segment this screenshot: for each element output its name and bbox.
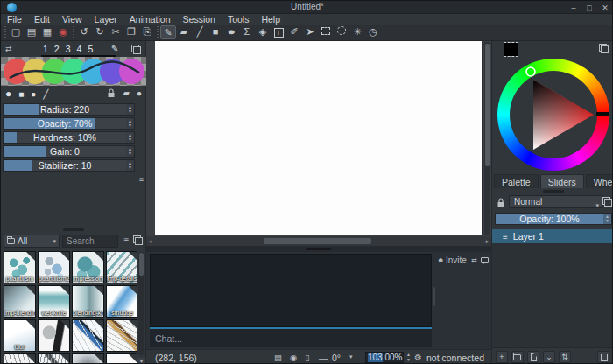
- layer-opacity-slider[interactable]: Opacity: 100% ▲▼: [495, 213, 612, 225]
- scroll-left-icon[interactable]: ◂: [146, 236, 154, 246]
- vertical-scrollbar[interactable]: [484, 42, 490, 234]
- brush-preset-tile[interactable]: puantilism: [4, 251, 36, 284]
- brush-preset-tile[interactable]: imp-blending: [4, 285, 36, 318]
- layer-button[interactable]: [511, 351, 524, 363]
- detach-docker-icon[interactable]: [131, 45, 141, 54]
- menu-item[interactable]: File: [1, 14, 28, 24]
- invite-label[interactable]: Invite: [446, 256, 467, 265]
- toolbar-button[interactable]: ❐: [123, 25, 139, 39]
- brush-slider[interactable]: Hardness: 10% ▲▼: [3, 131, 135, 144]
- toolbar-button[interactable]: ↺: [76, 25, 92, 39]
- horizontal-scrollbar[interactable]: ◂ ▸: [146, 236, 491, 246]
- brush-preset-tile[interactable]: blending-knife: [72, 285, 104, 318]
- slider-spin-buttons[interactable]: ▲▼: [126, 132, 134, 143]
- toolbar-button[interactable]: ✐: [286, 25, 302, 39]
- toolbar-button[interactable]: Σ: [239, 25, 255, 39]
- toolbar-button[interactable]: ◈: [255, 25, 271, 39]
- layer-button[interactable]: +: [496, 351, 508, 363]
- layer-button[interactable]: ⌄: [543, 351, 555, 363]
- edit-preset-icon[interactable]: ✎: [111, 44, 118, 53]
- brush-preset-tile[interactable]: impressionism: [72, 251, 104, 284]
- menu-item[interactable]: Tools: [222, 14, 256, 24]
- chat-bubble-icon[interactable]: [481, 257, 489, 263]
- zoom-spin-buttons[interactable]: ▲▼: [406, 352, 411, 362]
- color-docker-tab[interactable]: Wheel: [586, 174, 613, 188]
- brush-preset-tile[interactable]: [38, 319, 70, 352]
- toolbar-button[interactable]: ➤: [302, 25, 318, 39]
- rotation-value[interactable]: 0°: [332, 353, 341, 363]
- brush-slider[interactable]: Opacity: 70% ▲▼: [3, 117, 135, 130]
- status-icon[interactable]: ▯: [305, 353, 309, 362]
- color-wheel[interactable]: [497, 59, 609, 171]
- brush-preset-tile[interactable]: imp-details: [106, 251, 137, 284]
- toolbar-button[interactable]: [334, 25, 349, 39]
- rotation-slider-icon[interactable]: —: [319, 353, 328, 363]
- chat-message-area[interactable]: [150, 254, 432, 327]
- toolbar-button[interactable]: ▰: [176, 25, 192, 39]
- toolbar-button[interactable]: ↻: [92, 25, 108, 39]
- brush-slot-tab[interactable]: 4: [77, 44, 82, 54]
- docker-splitter-handle[interactable]: [543, 190, 564, 192]
- saturation-value-triangle[interactable]: [497, 59, 609, 171]
- menu-item[interactable]: Help: [255, 14, 286, 24]
- chat-splitter[interactable]: [146, 246, 491, 252]
- brush-preview-strip[interactable]: [1, 57, 146, 86]
- scrollbar-thumb[interactable]: [264, 238, 371, 244]
- menu-item[interactable]: Animation: [123, 14, 177, 24]
- toolbar-button[interactable]: ✳: [349, 25, 365, 39]
- preserve-alpha-icon[interactable]: ●: [137, 88, 142, 98]
- toolbar-button[interactable]: ◉: [55, 25, 71, 39]
- brush-tip-icon[interactable]: ■: [18, 89, 24, 99]
- toolbar-button[interactable]: ▤: [24, 25, 39, 39]
- toolbar-button[interactable]: ■: [208, 25, 223, 39]
- brush-slot-tab[interactable]: 5: [88, 44, 93, 54]
- eraser-mode-icon[interactable]: ▰: [123, 88, 130, 98]
- maximize-button[interactable]: □: [584, 4, 595, 12]
- toolbar-button[interactable]: ✎: [160, 25, 176, 39]
- layer-button[interactable]: [527, 351, 539, 363]
- slider-spin-buttons[interactable]: ▲▼: [126, 146, 134, 157]
- status-icon[interactable]: ◉: [290, 353, 297, 362]
- swap-icon[interactable]: ⇄: [471, 256, 477, 264]
- zoom-input[interactable]: 103.00%: [365, 352, 404, 363]
- brush-preset-tile[interactable]: smudge: [106, 285, 137, 318]
- slider-spin-buttons[interactable]: ▲▼: [126, 118, 134, 129]
- current-color-swatch[interactable]: [504, 43, 518, 56]
- detach-docker-icon[interactable]: [602, 197, 612, 206]
- lock-icon[interactable]: [497, 197, 505, 207]
- brush-preset-tile[interactable]: [72, 354, 104, 364]
- brush-preset-tile[interactable]: [4, 354, 36, 364]
- brush-slider[interactable]: Radius: 220 ▲▼: [3, 103, 135, 116]
- menu-item[interactable]: Layer: [88, 14, 123, 24]
- delete-layer-button[interactable]: [597, 351, 609, 363]
- menu-item[interactable]: View: [56, 14, 88, 24]
- layer-row[interactable]: ≡ Layer 1: [492, 229, 613, 243]
- preset-filter-dropdown[interactable]: All ▾: [4, 234, 60, 248]
- brush-slider[interactable]: Gain: 0 ▲▼: [3, 145, 135, 158]
- brush-tip-icon[interactable]: ╱: [43, 89, 48, 99]
- slider-spin-buttons[interactable]: ▲▼: [603, 214, 611, 224]
- toolbar-button[interactable]: [318, 25, 334, 39]
- gear-icon[interactable]: ⚙: [414, 353, 422, 362]
- brush-tip-icon[interactable]: ●: [5, 88, 11, 100]
- toolbar-button[interactable]: ◷: [365, 25, 381, 39]
- blend-mode-dropdown[interactable]: Normal ▾: [509, 195, 603, 208]
- close-button[interactable]: ✕: [600, 4, 610, 12]
- toolbar-button[interactable]: ╱: [192, 25, 208, 39]
- toolbar-button[interactable]: ●: [223, 25, 239, 39]
- brush-slot-tab[interactable]: 3: [66, 44, 71, 54]
- brush-preset-tile[interactable]: wet-knife: [38, 285, 70, 318]
- lock-icon[interactable]: [107, 88, 116, 98]
- brush-preset-tile[interactable]: blur: [4, 319, 36, 352]
- toolbar-button[interactable]: ⎘: [139, 25, 155, 39]
- brush-preset-tile[interactable]: [38, 354, 70, 364]
- preset-scrollbar[interactable]: [138, 252, 144, 355]
- preset-menu-icon[interactable]: ≡: [121, 234, 132, 248]
- brush-preset-tile[interactable]: puantilism2: [38, 251, 70, 284]
- chevron-down-icon[interactable]: ▾: [349, 354, 353, 360]
- scroll-down-button[interactable]: ▾: [137, 358, 145, 364]
- color-docker-tab[interactable]: Palette: [494, 174, 539, 188]
- brush-preset-tile[interactable]: [72, 319, 104, 352]
- preset-search-input[interactable]: [62, 234, 118, 248]
- minimize-button[interactable]: –: [568, 4, 579, 12]
